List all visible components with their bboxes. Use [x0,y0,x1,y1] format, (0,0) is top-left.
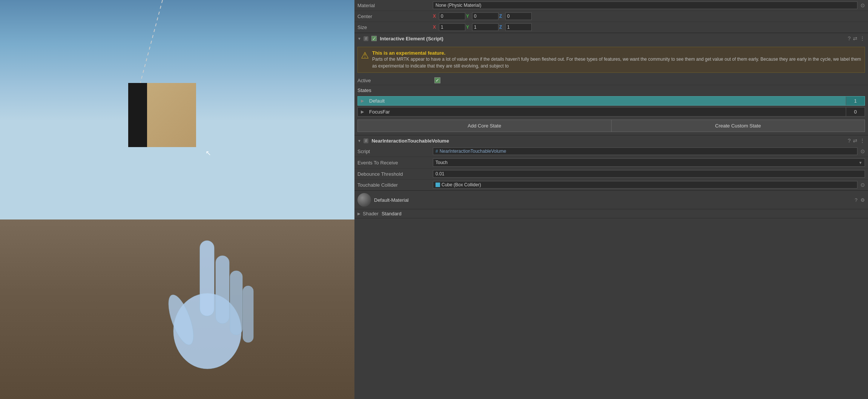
material-property-row: Material None (Physic Material) ⊙ [354,0,868,11]
events-to-receive-row: Events To Receive Touch ▼ [354,157,868,169]
material-field-value: None (Physic Material) [436,3,481,8]
cube-front-face [147,83,196,147]
active-toggle-checkbox[interactable]: ✓ [371,36,377,41]
svg-rect-2 [216,256,229,324]
center-x-item: X [433,12,465,20]
near-settings-icon[interactable]: ⇄ [853,138,857,144]
interactive-element-header-icons: ? ⇄ ⋮ [848,35,865,41]
near-interaction-collapse-icon[interactable]: ▼ [357,139,361,143]
script-field-value: NearInteractionTouchableVolume [440,149,506,154]
inspector-panel: Material None (Physic Material) ⊙ Center… [354,0,868,399]
touchable-collider-field[interactable]: Cube (Box Collider) [433,181,857,189]
size-y-label: Y [466,25,471,30]
default-state-value[interactable]: 1 [846,97,865,105]
material-value: None (Physic Material) ⊙ [433,2,865,9]
center-y-input[interactable] [472,12,498,20]
material-name-label: Default-Material [374,197,855,203]
default-state-expand-icon[interactable]: ▶ [358,97,367,105]
script-target-icon[interactable]: ⊙ [860,148,865,154]
target-icon[interactable]: ⊙ [860,2,865,8]
near-interaction-section: ▼ # NearInteractionTouchableVolume ? ⇄ ⋮… [354,135,868,191]
create-custom-state-button[interactable]: Create Custom State [611,120,865,132]
add-state-buttons: Add Core State Create Custom State [357,120,865,132]
touchable-collider-row: Touchable Collider Cube (Box Collider) ⊙ [354,180,868,190]
center-y-label: Y [466,14,471,19]
touchable-collider-field-value: Cube (Box Collider) [442,182,481,187]
interactive-element-section: ▼ # ✓ Interactive Element (Script) ? ⇄ ⋮… [354,33,868,135]
3d-viewport[interactable]: ↖ [0,0,354,399]
interactive-element-title: Interactive Element (Script) [380,36,846,41]
center-xyz: X Y Z [433,12,865,20]
size-y-input[interactable] [472,23,498,31]
more-icon[interactable]: ⋮ [860,35,865,41]
size-xyz: X Y Z [433,23,865,31]
shader-collapse-icon[interactable]: ▶ [357,212,360,216]
focusfar-state-value[interactable]: 0 [846,107,865,116]
shader-value: Standard [382,211,402,216]
active-value: ✓ [433,77,865,83]
size-z-input[interactable] [505,23,532,31]
touchable-collider-label: Touchable Collider [357,182,433,188]
shader-label: Shader [363,211,379,216]
events-to-receive-selected: Touch [436,160,448,165]
center-label: Center [357,14,433,19]
focusfar-state-item[interactable]: ▶ FocusFar 0 [357,107,865,117]
center-value: X Y Z [433,12,865,20]
default-material-section: Default-Material ? ⚙ [354,191,868,209]
size-z-item: Z [499,23,532,31]
events-to-receive-dropdown[interactable]: Touch ▼ [433,158,865,167]
warning-body: Parts of the MRTK appear to have a lot o… [372,56,862,69]
help-icon[interactable]: ? [848,35,851,41]
near-help-icon[interactable]: ? [848,138,851,144]
center-z-input[interactable] [505,12,532,20]
add-core-state-button[interactable]: Add Core State [357,120,611,132]
collapse-arrow-icon[interactable]: ▼ [357,37,361,41]
material-field[interactable]: None (Physic Material) [433,2,857,9]
settings-icon[interactable]: ⇄ [853,35,857,41]
active-property-row: Active ✓ [354,76,868,85]
shader-row: ▶ Shader Standard [354,209,868,218]
material-help-icon[interactable]: ? [855,197,857,203]
near-more-icon[interactable]: ⋮ [860,138,865,144]
near-interaction-hash-icon: # [363,138,369,143]
script-property-row: Script # NearInteractionTouchableVolume … [354,146,868,157]
active-checkbox[interactable]: ✓ [434,77,440,83]
default-state-item[interactable]: ▶ Default 1 [357,96,865,106]
script-hash-icon: # [436,149,438,154]
size-x-item: X [433,23,465,31]
debounce-threshold-label: Debounce Threshold [357,171,433,177]
debounce-threshold-value [433,170,865,178]
center-z-item: Z [499,12,532,20]
size-x-input[interactable] [439,23,465,31]
debounce-threshold-row: Debounce Threshold [354,169,868,180]
experimental-warning: ⚠ This is an experimental feature. Parts… [357,47,865,73]
size-property-row: Size X Y Z [354,22,868,33]
material-sphere-preview [357,193,371,207]
debounce-threshold-input[interactable] [433,170,865,178]
center-x-label: X [433,14,438,19]
hand-model [151,210,264,399]
svg-rect-4 [243,286,253,342]
warning-content: This is an experimental feature. Parts o… [372,50,862,69]
size-z-label: Z [499,25,505,30]
center-property-row: Center X Y Z [354,11,868,22]
warning-title: This is an experimental feature. [372,50,862,56]
script-field[interactable]: # NearInteractionTouchableVolume [433,147,857,155]
states-label: States [354,85,868,95]
interactive-element-header: ▼ # ✓ Interactive Element (Script) ? ⇄ ⋮ [354,33,868,44]
size-y-item: Y [466,23,498,31]
default-state-name: Default [367,97,846,105]
material-action-icons: ? ⚙ [855,197,865,203]
center-x-input[interactable] [439,12,465,20]
events-to-receive-value: Touch ▼ [433,158,865,167]
hash-icon: # [363,36,369,41]
warning-icon: ⚠ [361,50,369,69]
dropdown-arrow-icon: ▼ [859,161,862,165]
collider-target-icon[interactable]: ⊙ [860,182,865,188]
script-value: # NearInteractionTouchableVolume ⊙ [433,147,865,155]
size-value: X Y Z [433,23,865,31]
focusfar-state-expand-icon[interactable]: ▶ [358,108,367,116]
touchable-collider-value: Cube (Box Collider) ⊙ [433,181,865,189]
material-settings-icon[interactable]: ⚙ [860,197,865,203]
material-label: Material [357,3,433,8]
